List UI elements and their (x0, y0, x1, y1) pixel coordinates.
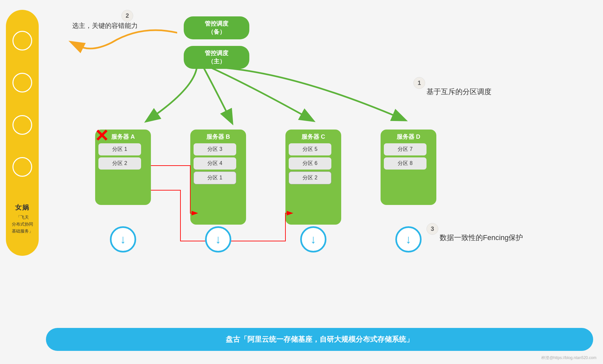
down-arrow-c: ↓ (300, 226, 326, 253)
mgmt-backup-box: 管控调度（备） (184, 16, 249, 39)
server-b-title: 服务器 B (194, 133, 243, 141)
page-container: 女娲 「飞天分布式协同基础服务」 2 选主，关键的容错能力 管控调度（备） 管控… (0, 0, 603, 364)
sidebar-circle-3 (12, 115, 32, 135)
sidebar-circle-1 (12, 31, 32, 51)
sidebar-circle-4 (12, 157, 32, 177)
server-d-partition-7: 分区 7 (384, 143, 426, 155)
server-c-title: 服务器 C (289, 133, 338, 141)
watermark: 梓澄@https://blog.ntan520.com (541, 355, 596, 361)
server-d-title: 服务器 D (384, 133, 433, 141)
bottom-bar-text: 盘古「阿里云统一存储基座，自研大规模分布式存储系统」 (226, 334, 413, 344)
step3-badge: 3 (426, 223, 438, 235)
down-arrow-a: ↓ (110, 226, 136, 253)
main-content: 2 选主，关键的容错能力 管控调度（备） 管控调度（主） 1 基于互斥的分区调度 (46, 0, 603, 364)
sidebar-title: 女娲 (12, 202, 33, 212)
down-arrow-b: ↓ (205, 226, 231, 253)
server-a-fail-mark: ✕ (94, 127, 109, 144)
green-arrows-svg (79, 43, 472, 134)
down-arrow-d: ↓ (395, 226, 422, 253)
sidebar-circle-2 (12, 73, 32, 92)
server-d-partition-8: 分区 8 (384, 157, 426, 170)
bottom-bar: 盘古「阿里云统一存储基座，自研大规模分布式存储系统」 (46, 328, 593, 351)
step3-label: 数据一致性的Fencing保护 (440, 233, 523, 243)
sidebar: 女娲 「飞天分布式协同基础服务」 (6, 10, 39, 256)
sidebar-subtitle: 「飞天分布式协同基础服务」 (12, 214, 33, 234)
server-d: 服务器 D 分区 7 分区 8 (381, 130, 436, 205)
mgmt-backup-label: 管控调度（备） (205, 20, 228, 36)
